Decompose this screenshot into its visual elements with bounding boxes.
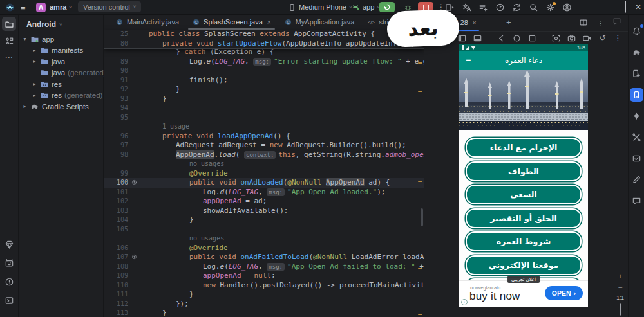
tool-button-resource-manager[interactable] [2,33,16,48]
avatar[interactable]: A [36,0,46,14]
code-line[interactable]: 108Log.e(LOG_TAG, msg:"App Open Ad faile… [104,262,424,272]
code-line[interactable]: 91finish(); [104,76,424,86]
line-number[interactable]: 97 [104,141,128,150]
line-number[interactable]: 98 [104,150,128,160]
tab-MainActivity.java[interactable]: CMainActivity.java [109,14,185,30]
code-line[interactable]: 100public void onAdLoaded(@NonNull AppOp… [104,178,424,188]
panel-bottom-button[interactable] [472,33,483,44]
code-line[interactable]: 109appOpenAd = null; [104,271,424,281]
ad-open-button[interactable]: OPEN › [545,286,583,300]
overrides-method-icon[interactable] [131,254,137,260]
tree-item-app[interactable]: ▾app [19,33,103,45]
more-v-button[interactable]: ⋮ [597,17,604,28]
tool-button-device-manager[interactable] [630,67,643,80]
zoom-in-button[interactable]: + [618,273,623,280]
device-screen[interactable]: ٦:٤٩ ≡ دعاء العمرة [459,44,588,307]
code-line[interactable]: 89Log.e(LOG_TAG, msg:"Error starting upd… [104,57,424,67]
zoom-fit-button[interactable] [620,304,621,316]
tool-button-edit[interactable] [630,173,643,186]
code-area[interactable]: } catch (Exception e) {89Log.e(LOG_TAG, … [104,30,424,317]
close-icon[interactable]: × [473,19,477,26]
tool-button-comments[interactable] [630,194,643,208]
code-line[interactable]: 104} [104,215,424,225]
line-number[interactable]: 113 [104,309,128,317]
run-configuration-selector[interactable]: app ˅ [351,0,380,14]
tool-button-version-control[interactable] [2,237,16,251]
screenshot-button[interactable] [551,33,562,44]
app-button-3[interactable]: السعي [466,185,582,204]
line-number[interactable]: 25 [104,30,128,39]
code-line[interactable]: 94 [104,104,424,113]
line-number[interactable]: 93 [104,95,128,104]
line-number[interactable]: 109 [104,271,128,281]
line-number[interactable]: 105 [104,225,128,235]
app-button-6[interactable]: موقعنا الإلكتروني [466,255,582,275]
comments-icon[interactable] [612,17,621,26]
line-number[interactable]: 94 [104,104,128,113]
line-number[interactable]: 106 [104,244,128,253]
settings-button[interactable] [545,2,556,13]
tree-item-res[interactable]: ▸res [19,78,103,90]
sync-button[interactable] [511,2,522,13]
device-selector[interactable]: Medium Phone ˅ [288,0,352,14]
line-number[interactable]: 110 [104,281,128,291]
code-line[interactable]: 98AppOpenAd.load( context:this, getStrin… [104,150,424,160]
code-line[interactable]: 106@Override [104,244,424,253]
code-line[interactable]: 90 [104,66,424,76]
code-line[interactable]: 93} [104,95,424,104]
tree-item-res[interactable]: ▸res (generated) [19,90,103,102]
overview-button[interactable] [527,33,538,44]
tool-button-build-tools[interactable] [630,131,643,144]
project-view-selector[interactable]: Android ˅ [19,14,103,33]
line-number[interactable]: 89 [104,57,128,67]
panel-left-button[interactable] [457,33,468,44]
tree-item-manifests[interactable]: ▸manifests [19,45,103,57]
tab-SplashScreen.java[interactable]: CSplashScreen.java× [185,14,278,30]
rerun-button[interactable] [379,2,395,12]
close-button[interactable]: ✕ [635,3,641,12]
code-line[interactable]: 110new Handler().postDelayed(() -> proce… [104,281,424,291]
line-number[interactable]: 91 [104,76,128,86]
tool-button-terminal[interactable] [2,293,16,307]
more-v-button[interactable]: ⋮ [612,33,623,44]
app-button-1[interactable]: الإحرام مع الدعاء [466,138,582,158]
line-number[interactable]: 100 [104,178,128,188]
code-line[interactable]: 97AdRequest adRequest = new AdRequest.Bu… [104,141,424,150]
minimize-button[interactable]: — [609,3,616,11]
editor-scrollbar[interactable] [421,208,423,226]
code-line[interactable]: 111} [104,290,424,300]
line-number[interactable]: 90 [104,66,128,76]
code-line[interactable]: 103showAdIfAvailable(); [104,206,424,216]
project-selector[interactable]: amra ˅ [50,0,72,14]
tool-button-gemini[interactable] [630,109,643,123]
code-line[interactable]: 102appOpenAd = ad; [104,197,424,206]
code-line[interactable]: 112}); [104,300,424,309]
line-number[interactable]: 108 [104,262,128,272]
line-number[interactable]: 103 [104,206,128,216]
line-number[interactable]: 101 [104,188,128,197]
tab-MyApplication.java[interactable]: CMyApplication.java [278,14,361,30]
line-number[interactable]: 107 [104,253,128,262]
app-button-4[interactable]: الحلق أو التقصير [466,208,582,228]
home-button[interactable] [511,33,522,44]
code-line[interactable]: 105 [104,225,424,235]
profiler-button[interactable] [495,2,506,13]
version-control-selector[interactable]: Version control ˅ [78,1,141,12]
camera-button[interactable] [566,33,577,44]
tool-button-logcat[interactable] [2,256,16,270]
search-button[interactable] [528,2,539,13]
tool-button-more-h[interactable]: ⋯ [2,50,16,64]
code-line[interactable]: 113} [104,309,424,317]
apply-changes-button[interactable] [478,2,489,13]
tree-item-java[interactable]: java (generated) [19,68,103,79]
tool-button-gradle[interactable] [630,46,643,59]
translate-button[interactable] [461,2,472,13]
tool-button-problems[interactable] [2,275,16,289]
overrides-method-icon[interactable] [131,179,137,185]
code-line[interactable]: 80private void startUpdateFlow(AppUpdate… [104,39,424,49]
app-button-5[interactable]: شروط العمرة [466,231,582,251]
rotate-button[interactable]: ↺ [597,33,608,44]
code-line[interactable]: 25public class SplashScreen extends AppC… [104,30,424,39]
code-line[interactable]: 107public void onAdFailedToLoad(@NonNull… [104,253,424,262]
line-number[interactable]: 104 [104,215,128,225]
